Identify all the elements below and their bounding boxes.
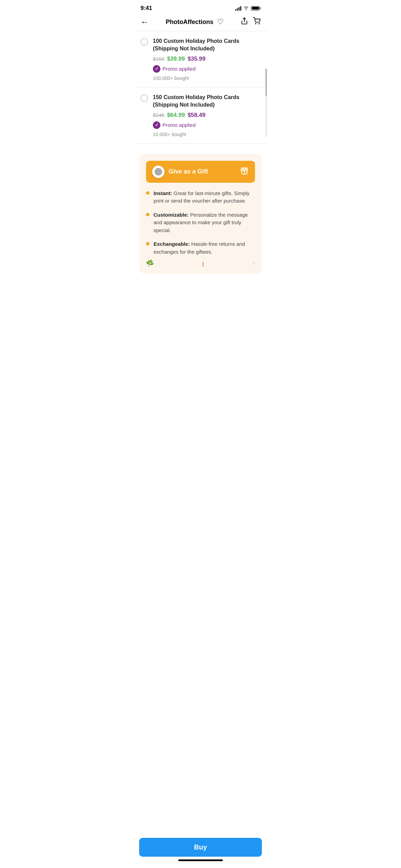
radio-button-100[interactable] [141, 38, 148, 46]
gift-button-label: Give as a Gift [169, 168, 208, 175]
option-details-150: 150 Custom Holiday Photo Cards (Shipping… [153, 94, 260, 137]
option-details-100: 100 Custom Holiday Photo Cards (Shipping… [153, 37, 260, 81]
feature-text-customizable: Customizable: Personalize the message an… [154, 211, 255, 234]
bar-decoration [203, 262, 204, 267]
gift-section: Give as a Gift Instant: Great for last-m… [139, 154, 262, 274]
feature-dot-customizable [146, 213, 149, 216]
nav-title: PhotoAffections [166, 19, 214, 26]
option-item-150[interactable]: 150 Custom Holiday Photo Cards (Shipping… [134, 87, 267, 144]
content-area: 100 Custom Holiday Photo Cards (Shipping… [134, 31, 267, 308]
feature-dot-exchangeable [146, 242, 149, 245]
radio-button-150[interactable] [141, 94, 148, 102]
gift-decoration: 🌿 ↑ [146, 260, 255, 267]
feature-text-instant: Instant: Great for last-minute gifts. Si… [154, 190, 255, 205]
nav-actions [241, 17, 260, 27]
feature-instant: Instant: Great for last-minute gifts. Si… [146, 190, 255, 205]
feature-bold-instant: Instant: [154, 190, 172, 196]
status-time: 9:41 [141, 5, 152, 12]
option-item-100[interactable]: 100 Custom Holiday Photo Cards (Shipping… [134, 31, 267, 87]
promo-text-150: Promo applied [162, 122, 196, 128]
price-row-150: $246 $64.99 $58.49 [153, 112, 260, 119]
gift-toggle-inner [155, 168, 162, 176]
scrollbar-track [266, 69, 267, 137]
cart-icon[interactable] [253, 17, 260, 27]
gift-toggle [152, 166, 165, 178]
give-as-gift-button[interactable]: Give as a Gift [146, 161, 255, 183]
gift-features: Instant: Great for last-minute gifts. Si… [146, 190, 255, 256]
scrollbar-thumb[interactable] [266, 69, 267, 96]
promo-badge-150: Promo applied [153, 121, 260, 129]
wishlist-icon[interactable]: ♡ [217, 17, 224, 26]
section-spacer [134, 144, 267, 154]
signal-icon [235, 6, 241, 11]
feature-customizable: Customizable: Personalize the message an… [146, 211, 255, 234]
nav-title-area: PhotoAffections ♡ [166, 17, 224, 26]
price-original-150: $246 [153, 112, 164, 118]
feature-bold-exchangeable: Exchangeable: [154, 241, 190, 247]
gift-button-left: Give as a Gift [152, 166, 208, 178]
feature-text-exchangeable: Exchangeable: Hassle-free returns and ex… [154, 240, 255, 256]
gift-box-icon [240, 166, 249, 177]
promo-badge-100: Promo applied [153, 65, 260, 73]
share-icon[interactable] [241, 17, 248, 27]
wifi-icon [243, 6, 249, 10]
price-sale-150: $64.99 [167, 112, 185, 119]
price-sale-100: $39.99 [167, 56, 185, 62]
battery-icon [251, 6, 260, 11]
promo-check-icon-150 [153, 121, 160, 129]
option-title-100: 100 Custom Holiday Photo Cards (Shipping… [153, 37, 260, 53]
feature-dot-instant [146, 191, 149, 195]
leaf-decoration: 🌿 [146, 260, 155, 267]
bought-text-100: 100,000+ bought [153, 75, 260, 81]
bought-text-150: 10,000+ bought [153, 132, 260, 137]
feature-exchangeable: Exchangeable: Hassle-free returns and ex… [146, 240, 255, 256]
promo-check-icon-100 [153, 65, 160, 73]
right-decoration: ↑ [252, 261, 255, 267]
nav-bar: ← PhotoAffections ♡ [134, 14, 267, 31]
price-original-100: $164 [153, 56, 164, 62]
feature-bold-customizable: Customizable: [154, 212, 189, 218]
price-row-100: $164 $39.99 $35.99 [153, 56, 260, 62]
promo-text-100: Promo applied [162, 66, 196, 72]
status-icons [235, 6, 260, 11]
price-final-150: $58.49 [187, 112, 205, 119]
status-bar: 9:41 [134, 0, 267, 14]
svg-point-1 [255, 23, 256, 24]
option-title-150: 150 Custom Holiday Photo Cards (Shipping… [153, 94, 260, 109]
svg-point-2 [259, 23, 259, 24]
back-button[interactable]: ← [141, 17, 149, 27]
price-final-100: $35.99 [187, 56, 205, 62]
